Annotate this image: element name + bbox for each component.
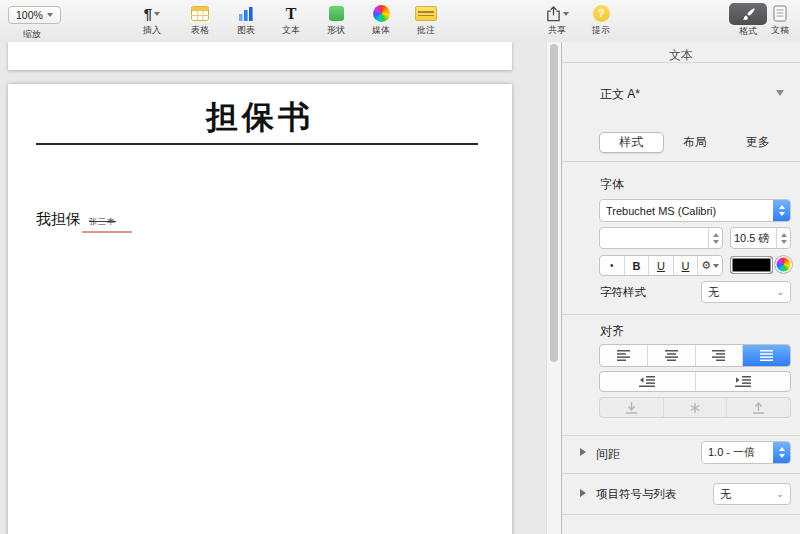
divider <box>562 514 800 515</box>
divider <box>562 314 800 315</box>
chart-button[interactable]: 图表 <box>223 3 269 35</box>
shape-button[interactable]: 形状 <box>313 3 359 35</box>
char-style-dropdown[interactable]: 无 ⌄ <box>701 281 791 303</box>
font-variant-dropdown[interactable] <box>599 227 723 249</box>
tips-button[interactable]: ? 提示 <box>578 3 624 35</box>
font-size-value: 10.5 磅 <box>731 231 776 246</box>
stepper-icon[interactable] <box>708 228 722 248</box>
asterisk-icon <box>689 402 701 414</box>
document-title: 担保书 <box>8 96 512 140</box>
text-options-gear-button[interactable]: ⚙ <box>697 256 722 275</box>
alignment-label: 对齐 <box>600 323 624 340</box>
pages-window: 100% 缩放 ¶ 插入 表格 <box>0 0 800 534</box>
font-family-value: Trebuchet MS (Calibri) <box>600 205 773 217</box>
tips-label: 提示 <box>578 25 624 35</box>
baseline-asterisk-button[interactable] <box>663 398 727 417</box>
font-section-label: 字体 <box>600 176 624 193</box>
underline2-button[interactable]: U <box>673 256 698 275</box>
text-color-well[interactable] <box>730 256 773 274</box>
dot-style-button[interactable]: • <box>600 256 624 275</box>
bullets-dropdown[interactable]: 无 ⌄ <box>713 483 791 505</box>
divider <box>562 435 800 436</box>
tab-style[interactable]: 样式 <box>599 132 664 153</box>
question-icon: ? <box>593 5 610 22</box>
zoom-dropdown[interactable]: 100% <box>8 6 61 24</box>
disclosure-triangle-icon[interactable] <box>580 448 586 456</box>
insert-button[interactable]: ¶ 插入 <box>129 3 175 35</box>
increase-indent-button[interactable] <box>695 372 791 391</box>
document-label: 文稿 <box>760 25 800 35</box>
outdent-icon <box>639 376 655 387</box>
comment-button[interactable]: 批注 <box>403 3 449 35</box>
align-center-button[interactable] <box>647 345 695 366</box>
bullets-value: 无 <box>714 487 776 502</box>
align-left-button[interactable] <box>600 345 647 366</box>
body-text: 我担保张三丰 <box>36 210 116 229</box>
tab-layout[interactable]: 布局 <box>664 132 727 153</box>
arrow-up-from-line-icon <box>753 402 764 414</box>
chart-label: 图表 <box>223 25 269 35</box>
underline-button[interactable]: U <box>648 256 673 275</box>
char-style-label: 字符样式 <box>600 285 646 300</box>
divider <box>562 161 800 162</box>
font-style-buttons: • B U U ⚙ <box>599 255 723 276</box>
format-inspector: 文本 正文 A* 样式 布局 更多 字体 Trebuchet MS (Calib… <box>561 42 800 534</box>
media-icon <box>373 5 390 22</box>
spacing-dropdown[interactable]: 1.0 - 一倍 <box>701 441 791 464</box>
chevron-down-icon: ⌄ <box>776 489 790 499</box>
drop-to-baseline-button[interactable] <box>600 398 663 417</box>
align-justify-icon <box>760 350 773 361</box>
chevron-down-icon <box>713 264 719 268</box>
previous-page-bottom[interactable] <box>8 42 512 70</box>
text-t-icon: T <box>286 6 297 22</box>
insert-label: 插入 <box>129 25 175 35</box>
comment-icon <box>415 6 437 21</box>
share-button[interactable]: 共享 <box>532 3 582 35</box>
vertical-scrollbar[interactable] <box>546 42 561 534</box>
inspector-tabs: 样式 布局 更多 <box>599 132 789 153</box>
paintbrush-icon <box>741 7 756 22</box>
divider <box>562 473 800 474</box>
gear-icon: ⚙ <box>701 260 711 271</box>
document-button[interactable]: 文稿 <box>760 3 800 35</box>
font-family-dropdown[interactable]: Trebuchet MS (Calibri) <box>599 199 791 222</box>
document-canvas: 担保书 我担保张三丰 <box>0 42 561 534</box>
align-left-icon <box>617 350 630 361</box>
color-wheel-icon[interactable] <box>774 255 793 274</box>
zoom-label: 缩放 <box>8 28 56 41</box>
spacing-label: 间距 <box>596 446 620 463</box>
page[interactable]: 担保书 我担保张三丰 <box>8 84 512 534</box>
table-button[interactable]: 表格 <box>177 3 223 35</box>
indent-buttons <box>599 371 791 392</box>
tab-more[interactable]: 更多 <box>726 132 789 153</box>
decrease-indent-button[interactable] <box>600 372 695 391</box>
raise-from-baseline-button[interactable] <box>726 398 790 417</box>
bold-button[interactable]: B <box>624 256 649 275</box>
shape-icon <box>329 6 344 21</box>
indent-icon <box>735 376 751 387</box>
align-center-icon <box>665 350 678 361</box>
share-icon <box>546 5 561 22</box>
text-button[interactable]: T 文本 <box>268 3 314 35</box>
align-justify-button[interactable] <box>742 345 790 366</box>
paragraph-style[interactable]: 正文 A* <box>600 86 640 103</box>
media-label: 媒体 <box>358 25 404 35</box>
media-button[interactable]: 媒体 <box>358 3 404 35</box>
alignment-buttons <box>599 344 791 367</box>
align-right-button[interactable] <box>695 345 743 366</box>
stepper-icon[interactable] <box>773 442 790 463</box>
chevron-down-icon <box>154 12 160 16</box>
spacing-value: 1.0 - 一倍 <box>702 445 773 460</box>
disclosure-triangle-icon[interactable] <box>580 489 586 497</box>
stepper-icon[interactable] <box>776 228 790 248</box>
table-icon <box>191 6 209 21</box>
font-size-field[interactable]: 10.5 磅 <box>730 227 791 249</box>
chevron-down-icon <box>563 12 569 16</box>
title-underline <box>36 143 478 145</box>
scrollbar-thumb[interactable] <box>550 44 558 362</box>
comment-label: 批注 <box>403 25 449 35</box>
char-style-value: 无 <box>702 285 776 300</box>
triangle-down-icon[interactable] <box>776 90 784 96</box>
stepper-icon[interactable] <box>773 200 790 221</box>
share-label: 共享 <box>532 25 582 35</box>
